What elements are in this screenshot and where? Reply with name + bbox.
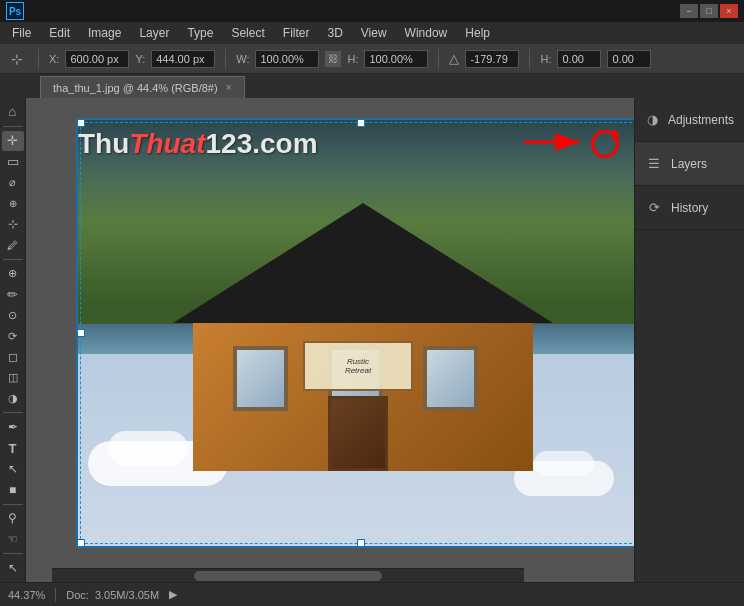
tool-sep2 [3, 259, 23, 260]
h-input[interactable] [364, 50, 428, 68]
adjustments-icon: ◑ [645, 111, 660, 129]
v-skew-input[interactable] [607, 50, 651, 68]
close-button[interactable]: × [720, 4, 738, 18]
status-bar: 44.37% Doc: 3.05M/3.05M ▶ [0, 582, 744, 606]
tool-sep5 [3, 553, 23, 554]
type-tool[interactable]: T [2, 438, 24, 458]
menu-filter[interactable]: Filter [275, 24, 318, 42]
x-label: X: [49, 53, 59, 65]
zoom-tool[interactable]: ⚲ [2, 509, 24, 529]
layers-panel-item[interactable]: ☰ Layers [635, 142, 744, 186]
crop-tool[interactable]: ⊹ [2, 214, 24, 234]
horizontal-scrollbar[interactable] [52, 568, 524, 582]
menu-type[interactable]: Type [179, 24, 221, 42]
title-bar-controls[interactable]: − □ × [680, 4, 738, 18]
canvas-area[interactable]: RusticRetreat [26, 98, 634, 582]
menu-help[interactable]: Help [457, 24, 498, 42]
doc-value: 3.05M/3.05M [95, 589, 159, 601]
menu-window[interactable]: Window [397, 24, 456, 42]
minimize-button[interactable]: − [680, 4, 698, 18]
tool-sep1 [3, 126, 23, 127]
main-layout: ⌂ ✛ ▭ ⌀ ⊕ ⊹ 🖉 ⊕ ✏ ⊙ ⟳ ◻ ◫ ◑ ✒ T ↖ ■ ⚲ ☜ … [0, 98, 744, 582]
angle-input[interactable] [465, 50, 519, 68]
house-window3 [423, 346, 478, 411]
history-brush-tool[interactable]: ⟳ [2, 326, 24, 346]
menu-layer[interactable]: Layer [131, 24, 177, 42]
ps-logo: Ps [6, 2, 24, 20]
layers-label: Layers [671, 157, 707, 171]
title-bar-left: Ps [6, 2, 24, 20]
move-tool[interactable]: ✛ [2, 131, 24, 151]
arrow-tool[interactable]: ↖ [2, 558, 24, 578]
tab-bar: tha_thu_1.jpg @ 44.4% (RGB/8#) × [0, 74, 744, 98]
history-panel-item[interactable]: ⟳ History [635, 186, 744, 230]
title-bar: Ps − □ × [0, 0, 744, 22]
shape-tool[interactable]: ■ [2, 480, 24, 500]
path-select-tool[interactable]: ↖ [2, 459, 24, 479]
menu-3d[interactable]: 3D [319, 24, 350, 42]
eraser-tool[interactable]: ◻ [2, 347, 24, 367]
house-sign: RusticRetreat [303, 341, 413, 391]
options-bar: ⊹ X: Y: W: ⛓ H: △ H: [0, 44, 744, 74]
gradient-tool[interactable]: ◫ [2, 368, 24, 388]
tab-close-button[interactable]: × [226, 82, 232, 93]
tab-title: tha_thu_1.jpg @ 44.4% (RGB/8#) [53, 82, 218, 94]
house-roof [173, 203, 553, 323]
dodge-tool[interactable]: ◑ [2, 389, 24, 409]
document-canvas[interactable]: RusticRetreat [76, 118, 634, 548]
menu-image[interactable]: Image [80, 24, 129, 42]
divider1 [38, 49, 39, 69]
angle-icon: △ [449, 51, 459, 66]
document-tab[interactable]: tha_thu_1.jpg @ 44.4% (RGB/8#) × [40, 76, 245, 98]
layers-icon: ☰ [645, 155, 663, 173]
divider4 [529, 49, 530, 69]
house-group: RusticRetreat [173, 271, 553, 471]
status-divider [55, 588, 56, 602]
h-scrollbar-thumb[interactable] [194, 571, 383, 581]
history-icon: ⟳ [645, 199, 663, 217]
menu-edit[interactable]: Edit [41, 24, 78, 42]
w-label: W: [236, 53, 249, 65]
select-rect-tool[interactable]: ▭ [2, 152, 24, 172]
healing-tool[interactable]: ⊕ [2, 264, 24, 284]
menu-select[interactable]: Select [223, 24, 272, 42]
divider2 [225, 49, 226, 69]
menu-view[interactable]: View [353, 24, 395, 42]
doc-label: Doc: [66, 589, 89, 601]
tool-sep3 [3, 412, 23, 413]
h-skew-label: H: [540, 53, 551, 65]
adjustments-label: Adjustments [668, 113, 734, 127]
chain-icon[interactable]: ⛓ [325, 51, 341, 67]
adjustments-panel-item[interactable]: ◑ Adjustments [635, 98, 744, 142]
menu-bar: File Edit Image Layer Type Select Filter… [0, 22, 744, 44]
history-label: History [671, 201, 708, 215]
left-toolbar: ⌂ ✛ ▭ ⌀ ⊕ ⊹ 🖉 ⊕ ✏ ⊙ ⟳ ◻ ◫ ◑ ✒ T ↖ ■ ⚲ ☜ … [0, 98, 26, 582]
divider3 [438, 49, 439, 69]
pen-tool[interactable]: ✒ [2, 417, 24, 437]
home-tool[interactable]: ⌂ [2, 102, 24, 122]
y-label: Y: [135, 53, 145, 65]
transform-icon: ⊹ [6, 48, 28, 70]
quick-select-tool[interactable]: ⊕ [2, 193, 24, 213]
eyedropper-tool[interactable]: 🖉 [2, 235, 24, 255]
house-window1 [233, 346, 288, 411]
tool-sep4 [3, 504, 23, 505]
right-panel: ◑ Adjustments ☰ Layers ⟳ History [634, 98, 744, 582]
lasso-tool[interactable]: ⌀ [2, 172, 24, 192]
brush-tool[interactable]: ✏ [2, 284, 24, 304]
house-door [328, 396, 388, 471]
maximize-button[interactable]: □ [700, 4, 718, 18]
h-skew-input[interactable] [557, 50, 601, 68]
menu-file[interactable]: File [4, 24, 39, 42]
scroll-right-arrow: ▶ [169, 588, 177, 601]
w-input[interactable] [255, 50, 319, 68]
h-label: H: [347, 53, 358, 65]
clone-tool[interactable]: ⊙ [2, 305, 24, 325]
y-input[interactable] [151, 50, 215, 68]
hand-tool[interactable]: ☜ [2, 529, 24, 549]
zoom-level: 44.37% [8, 589, 45, 601]
x-input[interactable] [65, 50, 129, 68]
